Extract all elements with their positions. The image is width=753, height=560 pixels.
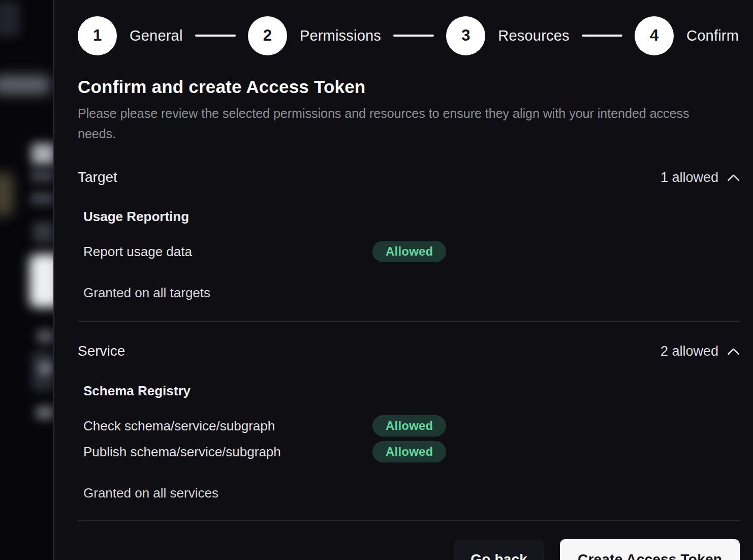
step-label: Confirm <box>686 27 739 44</box>
chevron-up-icon <box>727 348 740 355</box>
step-connector-line <box>393 35 434 37</box>
step-connector-line <box>195 35 236 37</box>
permission-group-heading: Usage Reporting <box>83 209 740 225</box>
status-badge: Allowed <box>372 441 446 462</box>
create-access-token-modal: 1 General 2 Permissions 3 Resources 4 Co… <box>54 0 753 560</box>
permission-label: Check schema/service/subgraph <box>83 418 372 434</box>
step-label: General <box>130 27 183 44</box>
backdrop-blur-shape <box>0 1 20 37</box>
section-header-service: Service 2 allowed <box>78 343 740 359</box>
permission-row: Publish schema/service/subgraph Allowed <box>83 441 740 462</box>
backdrop-blur-shape <box>32 143 53 165</box>
step-resources[interactable]: 3 Resources <box>446 16 569 55</box>
chevron-up-icon <box>727 174 740 181</box>
status-badge: Allowed <box>372 241 446 262</box>
section-collapse-toggle[interactable]: 2 allowed <box>661 344 740 359</box>
step-general[interactable]: 1 General <box>78 16 183 55</box>
granted-scope-note: Granted on all services <box>83 485 740 501</box>
section-divider <box>78 321 740 322</box>
permission-row: Check schema/service/subgraph Allowed <box>83 415 740 437</box>
create-access-token-button[interactable]: Create Access Token <box>560 539 740 560</box>
step-label: Resources <box>498 27 569 44</box>
backdrop-blur-shape <box>39 362 52 375</box>
backdrop-blur-shape <box>0 173 13 216</box>
permission-label: Publish schema/service/subgraph <box>83 444 372 460</box>
backdrop-page-blur <box>0 0 53 560</box>
step-number-circle: 2 <box>248 16 287 55</box>
step-number-circle: 4 <box>635 16 674 55</box>
section-collapse-toggle[interactable]: 1 allowed <box>661 170 740 185</box>
permission-label: Report usage data <box>83 244 372 260</box>
modal-footer: Go back Create Access Token <box>78 539 740 560</box>
wizard-stepper: 1 General 2 Permissions 3 Resources 4 Co… <box>78 16 740 55</box>
step-number-circle: 3 <box>446 16 485 55</box>
step-label: Permissions <box>300 27 381 44</box>
step-confirm[interactable]: 4 Confirm <box>635 16 739 55</box>
section-title: Service <box>78 343 125 359</box>
backdrop-blur-shape <box>29 254 53 307</box>
step-connector-line <box>582 35 622 37</box>
backdrop-blur-shape <box>0 75 50 95</box>
backdrop-blur-shape <box>30 169 53 182</box>
permission-group-heading: Schema Registry <box>83 383 740 399</box>
backdrop-blur-shape <box>37 329 53 344</box>
step-number-circle: 1 <box>78 16 117 55</box>
page-title: Confirm and create Access Token <box>78 77 740 97</box>
page-subtitle: Please please review the selected permis… <box>78 103 705 144</box>
permission-row: Report usage data Allowed <box>83 241 740 262</box>
backdrop-blur-shape <box>33 222 53 243</box>
step-permissions[interactable]: 2 Permissions <box>248 16 381 55</box>
section-title: Target <box>78 169 117 185</box>
allowed-count-label: 1 allowed <box>661 170 718 185</box>
granted-scope-note: Granted on all targets <box>83 285 740 301</box>
allowed-count-label: 2 allowed <box>661 344 718 359</box>
section-header-target: Target 1 allowed <box>78 169 740 185</box>
go-back-button[interactable]: Go back <box>454 540 544 560</box>
footer-divider <box>78 520 740 521</box>
backdrop-blur-shape <box>36 406 53 420</box>
backdrop-blur-shape <box>30 192 53 205</box>
status-badge: Allowed <box>372 415 446 437</box>
